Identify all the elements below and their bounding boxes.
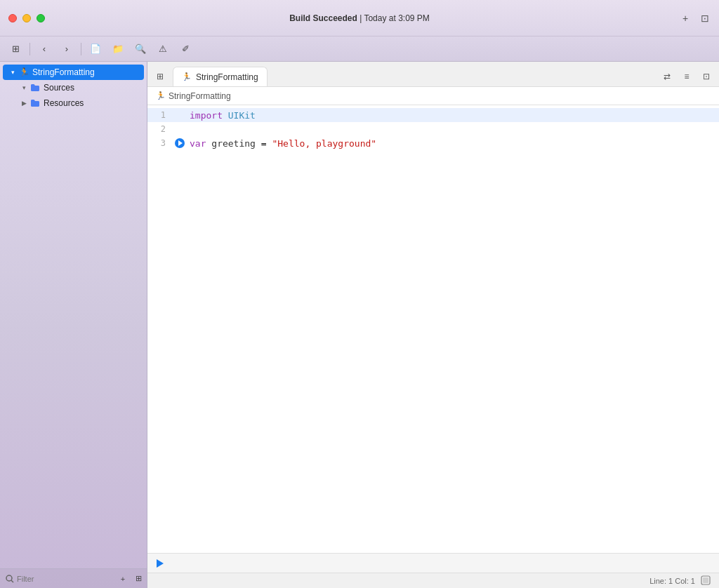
code-line-3: 3 var greeting = "Hello, playground" [147,136,719,150]
sidebar-footer-right: + ⊞ [117,573,145,585]
add-filter-button[interactable]: + [117,573,129,585]
disclosure-triangle-resources: ▶ [20,99,28,107]
code-lines: 1 import UIKit 2 3 var greeting = "H [147,105,719,553]
folder-button[interactable]: 📁 [108,41,128,57]
title-bar: Build Succeeded | Today at 3:09 PM + ⊡ [0,0,719,36]
line-col-status: Line: 1 Col: 1 [649,577,695,585]
editor-list-button[interactable]: ≡ [680,69,694,83]
test-button[interactable]: ✐ [176,41,195,57]
sidebar-label-stringformatting: StringFormatting [32,67,95,77]
svg-line-1 [11,580,13,582]
sidebar-label-sources: Sources [44,83,74,93]
svg-point-0 [6,575,12,581]
title-bar-right: + ⊡ [680,13,711,24]
space [223,110,228,121]
title-bar-center: Build Succeeded | Today at 3:09 PM [289,13,430,23]
run-line-button[interactable] [175,138,185,148]
tab-label: StringFormatting [196,72,258,82]
tab-playground-icon: 🏃 [182,72,192,81]
traffic-lights [8,14,45,22]
operator-eq: = [256,138,272,149]
keyword-var: var [190,138,206,149]
editor-tab-right: ⇄ ≡ ⊡ [660,69,713,86]
playground-icon: 🏃 [18,67,29,78]
filter-options-button[interactable]: ⊞ [132,573,145,585]
sidebar-content: ▾ 🏃 StringFormatting ▾ Sources ▶ [0,62,147,568]
sidebar-item-stringformatting[interactable]: ▾ 🏃 StringFormatting [3,65,144,80]
play-triangle-icon [157,559,164,568]
sidebar-item-sources[interactable]: ▾ Sources [0,80,147,95]
disclosure-triangle-sources: ▾ [20,83,28,92]
minimize-button[interactable] [22,14,31,22]
disclosure-triangle-stringformatting: ▾ [8,68,17,76]
line-number-1: 1 [147,110,173,120]
toolbar-separator [29,43,30,55]
sidebar: ▾ 🏃 StringFormatting ▾ Sources ▶ [0,62,147,588]
split-editor-button[interactable]: ⊡ [699,69,713,83]
breadcrumb-bar: 🏃 StringFormatting [147,87,719,105]
identifier-greeting: greeting [211,138,256,149]
code-line-2: 2 [147,122,719,136]
code-line-1: 1 import UIKit [147,108,719,122]
line-number-3: 3 [147,138,173,148]
file-new-button[interactable]: 📄 [86,41,105,57]
status-spacer [701,575,711,587]
string-hello: "Hello, playground" [272,138,376,149]
navigator-toggle-button[interactable]: ⊞ [6,41,25,57]
filter-input[interactable] [17,575,114,583]
code-editor[interactable]: 1 import UIKit 2 3 var greeting = "H [147,105,719,553]
maximize-button[interactable] [37,14,45,22]
toggle-nav-button[interactable]: ⊞ [153,69,167,83]
main-content: ▾ 🏃 StringFormatting ▾ Sources ▶ [0,62,719,588]
status-bar: Line: 1 Col: 1 [147,573,719,588]
sidebar-footer: + ⊞ [0,568,147,588]
sidebar-item-resources[interactable]: ▶ Resources [0,95,147,111]
line-number-2: 2 [147,124,173,134]
build-time: Today at 3:09 PM [364,13,429,23]
editor-bottom [147,553,719,573]
tab-controls: ⊞ [153,69,167,86]
split-view-icon[interactable]: ⊡ [699,13,711,24]
add-tab-icon[interactable]: + [680,13,691,24]
line-content-3: var greeting = "Hello, playground" [187,138,719,149]
toolbar-separator-2 [81,43,81,55]
related-files-button[interactable]: ⇄ [660,69,674,83]
svg-rect-3 [703,577,708,583]
editor-tab-stringformatting[interactable]: 🏃 StringFormatting [173,67,268,86]
editor-tabs: ⊞ 🏃 StringFormatting ⇄ ≡ ⊡ [147,62,719,87]
breadcrumb-label: StringFormatting [169,91,231,101]
line-gutter-3[interactable] [173,138,187,148]
close-button[interactable] [8,14,17,22]
folder-icon-sources [29,82,41,93]
forward-button[interactable]: › [57,41,77,57]
run-playground-button[interactable] [153,556,167,570]
issue-navigator-button[interactable]: ⚠ [153,41,173,57]
build-status: Build Succeeded | Today at 3:09 PM [289,13,430,23]
editor-area: ⊞ 🏃 StringFormatting ⇄ ≡ ⊡ 🏃 StringForma… [147,62,719,588]
sidebar-label-resources: Resources [44,98,84,108]
filter-icon [6,575,14,583]
back-button[interactable]: ‹ [34,41,54,57]
search-button[interactable]: 🔍 [131,41,150,57]
breadcrumb-playground-icon: 🏃 [156,91,166,100]
folder-icon-resources [29,98,41,109]
toolbar: ⊞ ‹ › 📄 📁 🔍 ⚠ ✐ [0,36,719,62]
build-status-label: Build Succeeded [289,13,357,23]
module-uikit: UIKit [228,110,256,121]
keyword-import: import [190,110,223,121]
line-content-1: import UIKit [187,110,719,121]
